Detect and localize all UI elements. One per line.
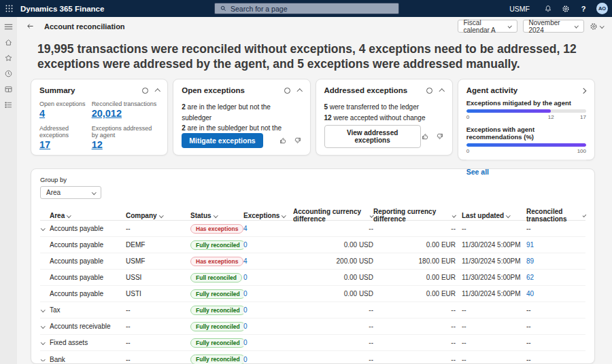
reconciled-transactions-link[interactable]: 89: [526, 257, 534, 265]
company-selector[interactable]: USMF: [500, 5, 539, 13]
exceptions-link[interactable]: 4: [243, 257, 248, 265]
area-cell: Accounts receivable: [50, 323, 126, 330]
exceptions-link[interactable]: 0: [243, 306, 248, 314]
status-badge: Full reconciled: [190, 273, 242, 283]
topbar: Dynamics 365 Finance Search for a page U…: [0, 0, 612, 17]
reconciled-transactions-link[interactable]: 62: [526, 274, 534, 281]
table-row[interactable]: Accounts receivable--Fully reconciled0--…: [40, 318, 585, 335]
help-icon[interactable]: ?: [575, 5, 592, 13]
agent-metric: Exceptions mitigated by the agent01217: [466, 99, 586, 121]
collapse-chevron-up-icon[interactable]: [297, 89, 303, 94]
settings-gear-icon[interactable]: [557, 5, 575, 13]
table-row[interactable]: Accounts payableDEMFFully reconciled00.0…: [40, 237, 585, 253]
company-cell: --: [126, 225, 190, 232]
stat-value-link[interactable]: 20,012: [92, 108, 122, 119]
hamburger-menu-icon[interactable]: [3, 22, 14, 31]
status-badge: Fully reconciled: [190, 306, 243, 316]
row-expand-chevron-icon[interactable]: [41, 227, 45, 230]
last-updated-cell: 11/30/2024 5:00PM: [456, 274, 526, 281]
home-icon[interactable]: [3, 37, 14, 47]
chevron-down-icon: [508, 24, 512, 28]
app-launcher-waffle-icon[interactable]: [5, 4, 14, 13]
column-header-company[interactable]: Company: [126, 212, 190, 219]
company-cell: --: [126, 323, 190, 330]
row-expand-chevron-icon[interactable]: [41, 308, 45, 312]
accounting-difference-cell: --: [293, 356, 373, 363]
back-arrow-icon[interactable]: [26, 22, 35, 31]
page-settings-gear-icon[interactable]: [590, 22, 604, 31]
exceptions-link[interactable]: 0: [243, 339, 248, 346]
recent-clock-icon[interactable]: [3, 69, 14, 78]
table-row[interactable]: Accounts payableUSSIFull reconciled00.00…: [40, 270, 585, 286]
column-header-area[interactable]: Area: [50, 212, 126, 219]
mitigate-exceptions-button[interactable]: Mitigate exceptions: [182, 133, 262, 148]
table-row[interactable]: Tax--Fully reconciled0--------: [40, 302, 585, 318]
notifications-bell-icon[interactable]: [539, 5, 557, 13]
stat-value-link[interactable]: 17: [39, 139, 50, 150]
exceptions-link[interactable]: 0: [243, 356, 248, 363]
accounting-difference-cell: 200.00 USD: [293, 257, 373, 265]
search-placeholder: Search for a page: [231, 5, 287, 13]
status-badge: Fully reconciled: [190, 354, 243, 364]
row-expand-chevron-icon[interactable]: [41, 325, 45, 328]
exceptions-link[interactable]: 0: [243, 290, 248, 297]
last-updated-cell: 11/30/2024 5:00PM: [456, 290, 526, 297]
search-input[interactable]: Search for a page: [214, 3, 399, 14]
table-row[interactable]: Fixed assets--Fully reconciled0--------: [40, 335, 585, 351]
table-row[interactable]: Accounts payableUSTIFully reconciled00.0…: [40, 286, 585, 302]
stat-value-link[interactable]: 12: [92, 139, 103, 150]
chevron-right-icon[interactable]: [580, 88, 585, 93]
table-row[interactable]: Bank--Fully reconciled0--------: [40, 351, 585, 364]
reconciled-transactions-link[interactable]: 40: [526, 290, 534, 297]
exceptions-link[interactable]: 0: [243, 241, 248, 249]
area-cell: Bank: [50, 356, 126, 363]
table-row[interactable]: Accounts payableUSMFHas exceptions4200.0…: [40, 253, 585, 270]
column-header-reporting-currency-difference[interactable]: Reporting currency difference: [373, 208, 456, 223]
stat-value-link[interactable]: 4: [39, 108, 45, 119]
reporting-difference-cell: 180.00 EUR: [373, 257, 456, 265]
thumbs-down-icon[interactable]: [436, 132, 444, 141]
favorites-star-icon[interactable]: [3, 53, 14, 62]
column-header-last-updated[interactable]: Last updated: [456, 212, 526, 219]
headline-summary-text: 19,995 transactions were reconciled with…: [37, 42, 588, 71]
group-by-select[interactable]: Area: [40, 186, 101, 199]
row-expand-chevron-icon[interactable]: [41, 358, 45, 361]
reporting-difference-cell: --: [373, 306, 456, 314]
thumbs-up-icon[interactable]: [421, 132, 429, 141]
left-nav-rail: [0, 17, 17, 364]
column-header-status[interactable]: Status: [190, 212, 243, 219]
column-header-reconciled-transactions[interactable]: Reconciled transactions: [526, 208, 585, 223]
reporting-difference-cell: 0.00 EUR: [373, 274, 456, 281]
see-all-link[interactable]: See all: [466, 164, 489, 176]
chevron-down-icon: [600, 24, 604, 28]
reporting-difference-cell: 0.00 EUR: [373, 241, 456, 249]
content-area: Account reconciliation Fiscal calendar A…: [17, 17, 612, 364]
row-expand-chevron-icon[interactable]: [41, 341, 45, 344]
exceptions-link[interactable]: 0: [243, 323, 248, 330]
card-title: Agent activity: [466, 86, 517, 94]
sort-chevron-icon: [214, 213, 218, 217]
reconciled-transactions-link[interactable]: 91: [526, 241, 534, 249]
column-header-accounting-currency-difference[interactable]: Accounting currency difference: [293, 208, 373, 223]
view-addressed-exceptions-button[interactable]: View addressed exceptions: [324, 125, 421, 148]
column-header-exceptions[interactable]: Exceptions: [243, 212, 293, 219]
exception-line: 12 were accepted without change: [324, 113, 444, 124]
modules-list-icon[interactable]: [3, 100, 14, 109]
app-title: Dynamics 365 Finance: [20, 5, 104, 13]
avatar[interactable]: AO: [596, 3, 608, 14]
sort-chevron-icon: [159, 213, 163, 217]
fiscal-calendar-select[interactable]: Fiscal calendar A: [458, 20, 517, 33]
period-select[interactable]: November 2024: [523, 20, 584, 33]
workspaces-icon[interactable]: [3, 84, 14, 94]
collapse-chevron-up-icon[interactable]: [439, 89, 445, 94]
reconciled-transactions-cell: 62: [526, 274, 585, 281]
table-row[interactable]: Accounts payable--Has exceptions4-------…: [40, 221, 585, 237]
insight-cards-row: Summary Open exceptions4Reconciled trans…: [31, 79, 595, 160]
exceptions-link[interactable]: 0: [243, 274, 248, 281]
stat-label: Reconciled transactions: [92, 101, 160, 107]
collapse-chevron-up-icon[interactable]: [155, 89, 160, 94]
thumbs-down-icon[interactable]: [294, 136, 302, 145]
thumbs-up-icon[interactable]: [279, 136, 287, 145]
exceptions-link[interactable]: 4: [243, 225, 248, 232]
page-header-controls: Fiscal calendar A November 2024: [458, 20, 604, 33]
